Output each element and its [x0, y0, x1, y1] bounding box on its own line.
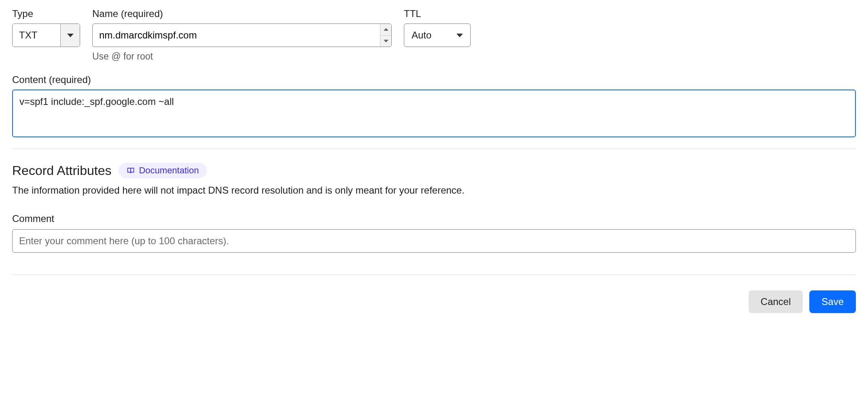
- name-field: Name (required) Use @ for root: [92, 8, 392, 62]
- comment-label: Comment: [12, 213, 856, 224]
- record-attributes-description: The information provided here will not i…: [12, 183, 856, 198]
- content-textarea[interactable]: [12, 90, 856, 137]
- ttl-select[interactable]: Auto: [404, 23, 471, 47]
- record-attributes-section: Record Attributes Documentation The info…: [12, 163, 856, 253]
- type-select[interactable]: TXT: [12, 23, 80, 47]
- type-dropdown-button[interactable]: [60, 24, 80, 47]
- record-attributes-title: Record Attributes: [12, 163, 111, 178]
- comment-input[interactable]: [12, 229, 856, 253]
- documentation-label: Documentation: [139, 165, 199, 176]
- name-step-up[interactable]: [380, 24, 391, 36]
- chevron-down-icon: [67, 34, 74, 37]
- name-step-down[interactable]: [380, 36, 391, 47]
- name-input-wrap: [92, 23, 392, 47]
- content-field: Content (required): [12, 74, 856, 137]
- footer-actions: Cancel Save: [12, 290, 856, 313]
- name-label: Name (required): [92, 8, 392, 19]
- cancel-button[interactable]: Cancel: [749, 290, 803, 313]
- comment-field: Comment: [12, 213, 856, 253]
- name-hint: Use @ for root: [92, 51, 392, 62]
- book-icon: [127, 166, 135, 175]
- ttl-field: TTL Auto: [404, 8, 471, 47]
- save-button[interactable]: Save: [809, 290, 856, 313]
- type-label: Type: [12, 8, 80, 19]
- triangle-up-icon: [384, 28, 388, 31]
- documentation-link[interactable]: Documentation: [119, 163, 207, 178]
- ttl-value: Auto: [412, 30, 431, 41]
- triangle-down-icon: [384, 40, 388, 43]
- name-input[interactable]: [93, 24, 380, 47]
- ttl-label: TTL: [404, 8, 471, 19]
- name-stepper: [380, 24, 391, 47]
- type-field: Type TXT: [12, 8, 80, 47]
- chevron-down-icon: [456, 34, 463, 37]
- footer-divider: [12, 275, 856, 275]
- section-divider: [12, 149, 856, 149]
- content-label: Content (required): [12, 74, 856, 85]
- type-value: TXT: [13, 24, 60, 47]
